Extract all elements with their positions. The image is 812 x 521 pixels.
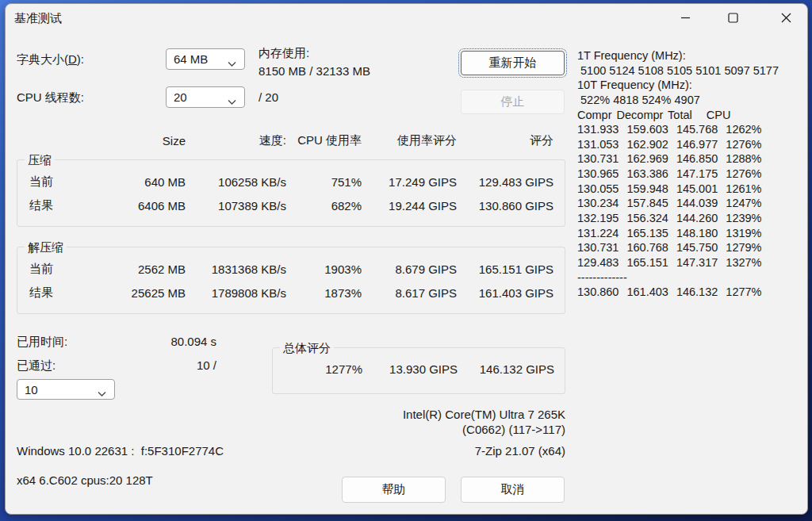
benchmark-dialog: 基准测试 字典大小(D): 64 MB 内存使用: 8150 MB / 3213… xyxy=(5,3,808,515)
cell-rating: 165.151 GIPS xyxy=(457,262,553,276)
log-total-row: 130.860 161.403 146.132 1277% xyxy=(577,285,807,300)
memory-usage-label: 内存使用: xyxy=(259,46,309,61)
cell-rating: 161.403 GIPS xyxy=(457,286,553,300)
passes-select-value: 10 xyxy=(25,383,38,396)
log-result-row: 129.483 165.151 147.317 1327% xyxy=(577,255,807,270)
elapsed-time-value: 80.094 s xyxy=(17,335,216,348)
cell-speed: 1789808 KB/s xyxy=(186,286,286,300)
total-rating-row: 1277% 13.930 GIPS 146.132 GIPS xyxy=(272,357,565,381)
os-info: Windows 10.0 22631 : f:5F310F2774C xyxy=(17,444,224,458)
dictionary-label-post: ): xyxy=(77,52,84,66)
benchmark-log-panel: 1T Frequency (MHz): 5100 5124 5108 5105 … xyxy=(577,48,807,300)
cpu-threads-select[interactable]: 20 xyxy=(166,86,245,108)
close-button[interactable] xyxy=(769,6,802,30)
log-result-row: 130.965 163.386 147.175 1276% xyxy=(577,167,807,182)
dictionary-size-label: 字典大小(D): xyxy=(17,52,84,67)
log-result-row: 132.195 156.324 144.260 1239% xyxy=(577,211,807,226)
cpu-threads-value: 20 xyxy=(174,90,187,104)
minimize-icon xyxy=(680,13,691,23)
cell-size: 25625 MB xyxy=(80,286,186,300)
help-button[interactable]: 帮助 xyxy=(342,477,446,503)
maximize-button[interactable] xyxy=(716,6,749,30)
chevron-down-icon xyxy=(98,386,106,400)
log-result-row: 130.055 159.948 145.001 1261% xyxy=(577,182,807,197)
maximize-icon xyxy=(728,13,738,23)
log-result-row: 131.224 165.135 148.180 1319% xyxy=(577,226,807,241)
row-label: 结果 xyxy=(17,198,80,213)
total-rating-group: 总体评分 1277% 13.930 GIPS 146.132 GIPS xyxy=(272,347,565,394)
cell-speed: 107389 KB/s xyxy=(186,199,286,213)
app-version: 7-Zip 21.07 (x64) xyxy=(272,444,565,458)
dictionary-label-pre: 字典大小( xyxy=(17,52,68,66)
compression-current-row: 当前 640 MB 106258 KB/s 751% 17.249 GIPS 1… xyxy=(17,170,565,193)
dictionary-size-value: 64 MB xyxy=(174,52,208,66)
total-cpu-usage: 1277% xyxy=(272,362,362,376)
log-line: 1T Frequency (MHz): xyxy=(577,48,807,63)
col-header-rating: 评分 xyxy=(457,133,553,148)
cell-rating: 130.860 GIPS xyxy=(457,199,553,213)
cell-cpu-usage: 1903% xyxy=(286,262,362,276)
dictionary-size-select[interactable]: 64 MB xyxy=(166,48,245,70)
window-title: 基准测试 xyxy=(14,11,62,26)
col-header-size: Size xyxy=(80,134,186,147)
log-result-row: 131.053 162.902 146.977 1276% xyxy=(577,137,807,152)
log-result-row: 131.933 159.603 145.768 1262% xyxy=(577,122,807,137)
total-rating-group-label: 总体评分 xyxy=(280,341,334,354)
cpu-threads-label: CPU 线程数: xyxy=(17,90,84,105)
minimize-button[interactable] xyxy=(668,6,702,30)
titlebar: 基准测试 xyxy=(6,4,807,34)
cell-size: 640 MB xyxy=(80,175,186,189)
passes-select[interactable]: 10 xyxy=(17,379,115,400)
cell-usage-rating: 17.249 GIPS xyxy=(362,175,457,189)
log-line: 522% 4818 524% 4907 xyxy=(577,93,807,108)
row-label: 结果 xyxy=(17,285,80,301)
arch-info: x64 6.C602 cpus:20 128T xyxy=(17,473,153,487)
cell-rating: 129.483 GIPS xyxy=(457,175,553,189)
cell-speed: 106258 KB/s xyxy=(186,175,286,189)
cell-cpu-usage: 751% xyxy=(286,175,362,189)
log-line: 5100 5124 5108 5105 5101 5097 5177 xyxy=(577,63,807,79)
cell-usage-rating: 8.679 GIPS xyxy=(362,262,457,276)
compression-group-label: 压缩 xyxy=(25,153,55,167)
log-column-header: Compr Decompr Total CPU xyxy=(577,108,807,123)
decompression-group: 解压缩 当前 2562 MB 1831368 KB/s 1903% 8.679 … xyxy=(17,247,565,314)
close-icon xyxy=(781,13,791,23)
decompression-result-row: 结果 25625 MB 1789808 KB/s 1873% 8.617 GIP… xyxy=(17,281,565,305)
restart-button[interactable]: 重新开始 xyxy=(461,51,565,75)
row-label: 当前 xyxy=(17,174,80,190)
compression-group: 压缩 当前 640 MB 106258 KB/s 751% 17.249 GIP… xyxy=(17,159,565,227)
dictionary-label-accesskey: D xyxy=(68,52,77,66)
memory-usage-value: 8150 MB / 32133 MB xyxy=(259,64,370,78)
log-result-row: 130.731 162.969 146.850 1288% xyxy=(577,151,807,167)
total-usage-rating: 13.930 GIPS xyxy=(362,362,458,376)
compression-result-row: 结果 6406 MB 107389 KB/s 682% 19.244 GIPS … xyxy=(17,193,565,217)
cell-usage-rating: 8.617 GIPS xyxy=(362,286,457,300)
decompression-current-row: 当前 2562 MB 1831368 KB/s 1903% 8.679 GIPS… xyxy=(17,257,565,281)
col-header-speed: 速度: xyxy=(186,133,286,148)
cell-size: 6406 MB xyxy=(80,199,186,213)
row-label: 当前 xyxy=(17,262,80,277)
log-result-row: 130.234 157.845 144.039 1247% xyxy=(577,196,807,211)
cell-speed: 1831368 KB/s xyxy=(186,262,286,276)
total-rating: 146.132 GIPS xyxy=(458,362,554,376)
log-result-row: 130.731 160.768 145.750 1279% xyxy=(577,240,807,255)
chevron-down-icon xyxy=(228,94,236,108)
stop-button: 停止 xyxy=(461,90,565,114)
cpu-name: Intel(R) Core(TM) Ultra 7 265K xyxy=(272,408,565,421)
cell-cpu-usage: 1873% xyxy=(286,286,362,300)
cell-usage-rating: 19.244 GIPS xyxy=(362,199,457,213)
cell-cpu-usage: 682% xyxy=(286,199,362,213)
col-header-usage-rating: 使用率评分 xyxy=(362,133,457,148)
log-separator: ------------- xyxy=(577,270,807,285)
cpu-detail: (C0662) (117->117) xyxy=(272,423,565,436)
bench-table-header: Size 速度: CPU 使用率 使用率评分 评分 xyxy=(17,128,565,152)
chevron-down-icon xyxy=(228,56,236,70)
col-header-cpu-usage: CPU 使用率 xyxy=(286,133,362,148)
threads-max-label: / 20 xyxy=(259,90,278,104)
cancel-button[interactable]: 取消 xyxy=(461,477,565,503)
decompression-group-label: 解压缩 xyxy=(25,240,67,254)
passes-value: 10 / xyxy=(17,358,216,372)
log-line: 10T Frequency (MHz): xyxy=(577,78,807,93)
cell-size: 2562 MB xyxy=(80,262,186,276)
